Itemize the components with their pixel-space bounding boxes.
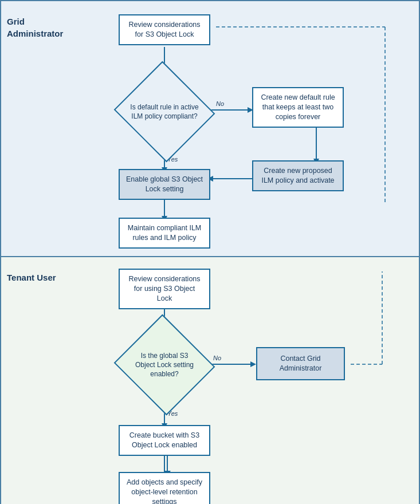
box-new-default-rule: Create new default rule that keeps at le… <box>252 87 344 128</box>
section-label-tenant-user: Tenant User <box>7 266 58 504</box>
box-add-objects: Add objects and specify object-level ret… <box>119 472 210 504</box>
box-create-bucket: Create bucket with S3 Object Lock enable… <box>119 425 210 456</box>
diamond-label-bottom: Is the global S3 Object Lock setting ena… <box>127 330 202 399</box>
box-maintain: Maintain compliant ILM rules and ILM pol… <box>119 218 210 249</box>
svg-marker-22 <box>250 361 256 367</box>
flow-area-top: Yes No Review cons <box>58 10 413 245</box>
diamond-global-lock: Is the global S3 Object Lock setting ena… <box>127 330 202 399</box>
diagram-container: Grid Administrator Yes No <box>0 0 420 504</box>
svg-text:No: No <box>216 100 224 107</box>
arrows-svg-top: Yes No <box>58 10 413 245</box>
svg-text:No: No <box>213 355 221 361</box>
flow-area-bottom: Yes No Review considerations for using S… <box>58 266 413 504</box>
section-tenant-user: Tenant User Yes No <box>1 257 419 504</box>
section-grid-admin: Grid Administrator Yes No <box>1 1 419 257</box>
box-enable-global: Enable global S3 Object Lock setting <box>119 169 210 200</box>
box-contact-admin: Contact Grid Administrator <box>256 347 345 380</box>
arrows-svg-bottom: Yes No <box>58 266 413 504</box>
box-review-top: Review considerations for S3 Object Lock <box>119 14 210 45</box>
box-new-proposed-policy: Create new proposed ILM policy and activ… <box>252 160 344 191</box>
section-label-grid-admin: Grid Administrator <box>7 10 58 245</box>
box-review-bottom: Review considerations for using S3 Objec… <box>119 269 210 309</box>
diamond-ilm-compliant: Is default rule in active ILM policy com… <box>127 77 202 146</box>
diamond-label: Is default rule in active ILM policy com… <box>127 77 202 146</box>
